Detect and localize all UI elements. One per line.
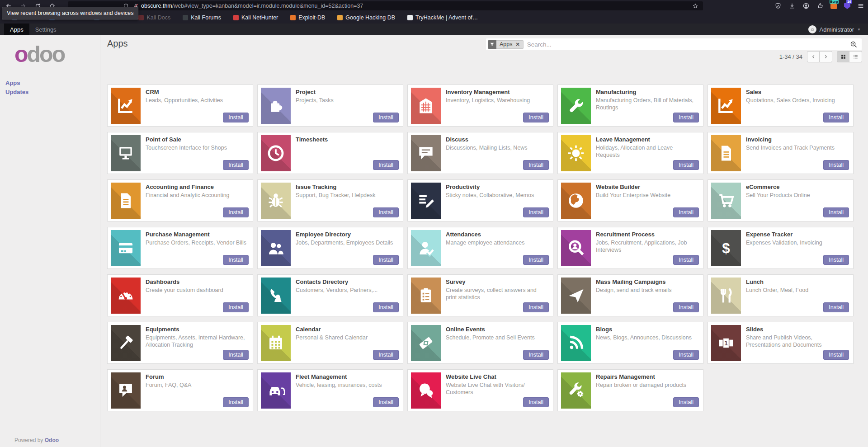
menu-hamburger-icon[interactable]: [857, 2, 864, 9]
app-title: Purchase Management: [146, 231, 210, 238]
app-card[interactable]: Accounting and FinanceFinancial and Anal…: [107, 179, 253, 221]
app-card[interactable]: CRMLeads, Opportunities, ActivitiesInsta…: [107, 85, 253, 127]
bookmark-item[interactable]: Kali NetHunter: [233, 14, 278, 21]
app-card[interactable]: ProjectProjects, TasksInstall: [257, 85, 403, 127]
app-card[interactable]: SalesQuotations, Sales Orders, Invoicing…: [708, 85, 854, 127]
app-card[interactable]: Mass Mailing CampaignsDesign, send and t…: [557, 274, 703, 316]
install-button[interactable]: Install: [373, 113, 399, 122]
install-button[interactable]: Install: [673, 350, 699, 360]
app-card[interactable]: TimesheetsInstall: [257, 132, 403, 174]
app-card[interactable]: Contacts DirectoryCustomers, Vendors, Pa…: [257, 274, 403, 316]
extension-badge-icon[interactable]: 16: [844, 3, 850, 9]
sidebar-item-updates[interactable]: Updates: [5, 88, 100, 97]
app-card[interactable]: DiscussDiscussions, Mailing Lists, NewsI…: [407, 132, 553, 174]
privacy-shield-icon[interactable]: [774, 2, 782, 9]
downloads-icon[interactable]: [788, 2, 796, 9]
app-card[interactable]: 1SlidesShare and Publish Videos, Present…: [708, 322, 854, 364]
install-button[interactable]: Install: [373, 255, 399, 265]
app-card[interactable]: Website BuilderBuild Your Enterprise Web…: [557, 179, 703, 221]
install-button[interactable]: Install: [223, 397, 249, 407]
install-button[interactable]: Install: [523, 160, 549, 170]
app-summary: Repair broken or damaged products: [596, 382, 698, 389]
install-button[interactable]: Install: [823, 207, 849, 217]
search-magnifier-icon[interactable]: [850, 41, 858, 48]
app-card[interactable]: Leave ManagementHolidays, Allocation and…: [557, 132, 703, 174]
app-card[interactable]: Inventory ManagementInventory, Logistics…: [407, 85, 553, 127]
app-card[interactable]: LunchLunch Order, Meal, FoodInstall: [708, 274, 854, 316]
powered-by-brand-link[interactable]: Odoo: [45, 437, 59, 443]
sidebar-item-apps[interactable]: Apps: [5, 79, 100, 88]
install-button[interactable]: Install: [373, 397, 399, 407]
search-input[interactable]: Apps ✕ Search...: [486, 38, 862, 50]
app-card[interactable]: Fleet ManagementVehicle, leasing, insura…: [257, 369, 403, 411]
install-button[interactable]: Install: [373, 160, 399, 170]
app-card[interactable]: Employee DirectoryJobs, Departments, Emp…: [257, 227, 403, 269]
extension-icon[interactable]: [816, 2, 824, 9]
install-button[interactable]: Install: [223, 113, 249, 122]
bookmark-item[interactable]: TryHackMe | Advent of…: [407, 14, 478, 21]
install-button[interactable]: Install: [673, 302, 699, 312]
pager-next-button[interactable]: [820, 51, 832, 62]
app-card[interactable]: Recruitment ProcessJobs, Recruitment, Ap…: [557, 227, 703, 269]
app-card[interactable]: AttendancesManage employee attendancesIn…: [407, 227, 553, 269]
app-card[interactable]: DashboardsCreate your custom dashboardIn…: [107, 274, 253, 316]
app-card[interactable]: eCommerceSell Your Products OnlineInstal…: [708, 179, 854, 221]
app-card[interactable]: CalendarPersonal & Shared CalendarInstal…: [257, 322, 403, 364]
app-card[interactable]: InvoicingSend Invoices and Track Payment…: [708, 132, 854, 174]
document-icon: [111, 183, 141, 219]
app-card[interactable]: ManufacturingManufacturing Orders, Bill …: [557, 85, 703, 127]
install-button[interactable]: Install: [823, 350, 849, 360]
app-card[interactable]: Repairs ManagementRepair broken or damag…: [557, 369, 703, 411]
install-button[interactable]: Install: [223, 207, 249, 217]
install-button[interactable]: Install: [373, 350, 399, 360]
install-button[interactable]: Install: [223, 160, 249, 170]
install-button[interactable]: Install: [523, 207, 549, 217]
url-bar[interactable]: obscure.thm/web#view_type=kanban&model=i…: [68, 1, 703, 10]
install-button[interactable]: Install: [673, 255, 699, 265]
app-card[interactable]: Online EventsSchedule, Promote and Sell …: [407, 322, 553, 364]
install-button[interactable]: Install: [823, 302, 849, 312]
app-card[interactable]: ForumForum, FAQ, Q&AInstall: [107, 369, 253, 411]
install-button[interactable]: Install: [373, 207, 399, 217]
install-button[interactable]: Install: [673, 207, 699, 217]
install-button[interactable]: Install: [823, 113, 849, 122]
facet-remove-icon[interactable]: ✕: [516, 42, 520, 47]
user-menu[interactable]: Administrator ▼: [808, 25, 868, 33]
app-card[interactable]: Purchase ManagementPurchase Orders, Rece…: [107, 227, 253, 269]
app-card[interactable]: Website Live ChatWebsite Live Chat with …: [407, 369, 553, 411]
app-card[interactable]: Issue TrackingSupport, Bug Tracker, Help…: [257, 179, 403, 221]
install-button[interactable]: Install: [523, 255, 549, 265]
install-button[interactable]: Install: [223, 302, 249, 312]
install-button[interactable]: Install: [673, 113, 699, 122]
install-button[interactable]: Install: [673, 160, 699, 170]
bookmark-star-icon[interactable]: [692, 3, 698, 9]
pager-previous-button[interactable]: [807, 51, 820, 62]
install-button[interactable]: Install: [223, 255, 249, 265]
bookmark-item[interactable]: Kali Forums: [183, 14, 221, 21]
menu-apps[interactable]: Apps: [4, 24, 29, 35]
app-card[interactable]: Point of SaleTouchscreen Interface for S…: [107, 132, 253, 174]
app-card[interactable]: $Expense TrackerExpenses Validation, Inv…: [708, 227, 854, 269]
app-card[interactable]: ProductivitySticky notes, Collaborative,…: [407, 179, 553, 221]
app-card[interactable]: EquipmentsEquipments, Assets, Internal H…: [107, 322, 253, 364]
install-button[interactable]: Install: [673, 397, 699, 407]
install-button[interactable]: Install: [373, 302, 399, 312]
install-button[interactable]: Install: [523, 113, 549, 122]
search-facet[interactable]: Apps ✕: [488, 40, 524, 49]
app-card[interactable]: SurveyCreate surveys, collect answers an…: [407, 274, 553, 316]
install-button[interactable]: Install: [523, 397, 549, 407]
bookmark-item[interactable]: Kali Docs: [138, 14, 170, 21]
kanban-view-button[interactable]: [837, 51, 849, 62]
app-card[interactable]: BlogsNews, Blogs, Announces, Discussions…: [557, 322, 703, 364]
account-icon[interactable]: [802, 2, 810, 9]
install-button[interactable]: Install: [223, 350, 249, 360]
install-button[interactable]: Install: [823, 160, 849, 170]
bookmark-item[interactable]: Exploit-DB: [290, 14, 325, 21]
list-view-button[interactable]: [849, 51, 862, 62]
bookmark-item[interactable]: Google Hacking DB: [337, 14, 395, 21]
foxyproxy-burp-icon[interactable]: Burp: [830, 3, 837, 9]
install-button[interactable]: Install: [523, 350, 549, 360]
install-button[interactable]: Install: [823, 255, 849, 265]
menu-settings[interactable]: Settings: [29, 24, 62, 35]
install-button[interactable]: Install: [523, 302, 549, 312]
